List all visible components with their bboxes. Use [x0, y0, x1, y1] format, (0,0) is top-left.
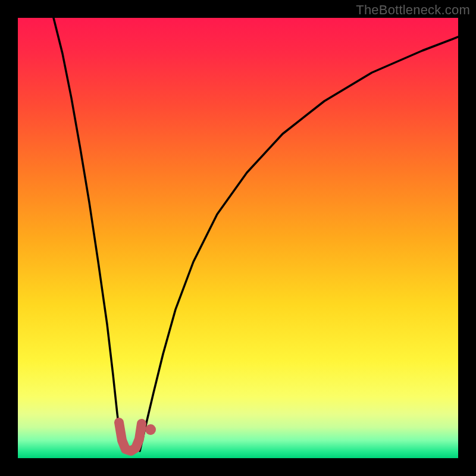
- outer-frame: TheBottleneck.com: [0, 0, 476, 476]
- gradient-background: [18, 18, 458, 458]
- accent-dot: [145, 424, 156, 435]
- watermark-label: TheBottleneck.com: [356, 2, 470, 18]
- chart-canvas: [18, 18, 458, 458]
- plot-area: [18, 18, 458, 458]
